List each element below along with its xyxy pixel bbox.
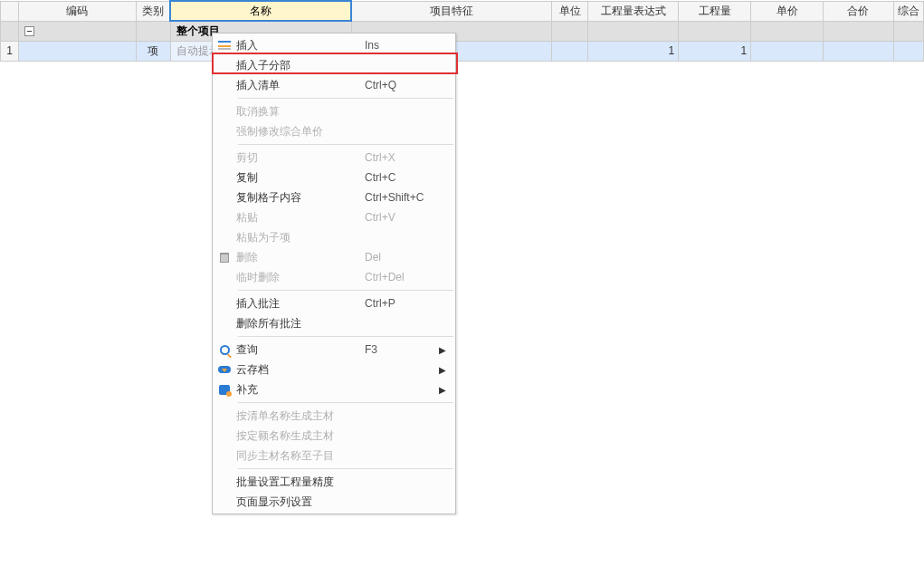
menu-item-label: 按定额名称生成主材 <box>236 428 365 444</box>
search-icon <box>213 345 236 355</box>
menu-item-shortcut: Ctrl+P <box>365 297 437 310</box>
col-unit-price[interactable]: 单价 <box>751 1 824 21</box>
context-menu[interactable]: 插入Ins插入子分部插入清单Ctrl+Q取消换算强制修改综合单价剪切Ctrl+X… <box>212 33 456 514</box>
category-cell[interactable]: 项 <box>136 41 170 61</box>
rownum-cell: 1 <box>1 41 19 61</box>
menu-item-label: 插入 <box>236 38 365 53</box>
menu-item[interactable]: 批量设置工程量精度 <box>213 472 455 492</box>
col-category[interactable]: 类别 <box>136 1 170 21</box>
cloud-icon <box>213 366 236 373</box>
menu-separator <box>238 468 453 469</box>
menu-item[interactable]: 插入子分部 <box>213 55 455 75</box>
col-code[interactable]: 编码 <box>18 1 136 21</box>
group-row[interactable]: − 整个项目 <box>1 21 924 41</box>
menu-item-shortcut: Ctrl+V <box>365 211 437 224</box>
menu-item: 临时删除Ctrl+Del <box>213 267 455 287</box>
menu-item-label: 删除 <box>236 250 365 265</box>
menu-item-label: 复制 <box>236 170 365 186</box>
menu-item-shortcut: F3 <box>365 343 437 356</box>
menu-item[interactable]: 云存档▶ <box>213 360 455 379</box>
menu-item-label: 页面显示列设置 <box>236 494 365 510</box>
supplement-icon <box>213 385 236 395</box>
table-row[interactable]: 1 项 自动提示 1 1 <box>1 41 924 61</box>
col-name[interactable]: 名称 <box>170 1 351 21</box>
code-cell[interactable] <box>18 41 136 61</box>
col-zonghe[interactable]: 综合 <box>893 1 923 21</box>
unit-price-cell[interactable] <box>751 41 824 61</box>
submenu-arrow-icon: ▶ <box>437 385 448 395</box>
menu-item-label: 临时删除 <box>236 270 365 285</box>
menu-item-label: 补充 <box>236 382 365 398</box>
col-total-price[interactable]: 合价 <box>824 1 894 21</box>
menu-item: 同步主材名称至子目 <box>213 446 455 466</box>
menu-item-shortcut: Ins <box>365 39 437 52</box>
col-feature[interactable]: 项目特征 <box>351 1 552 21</box>
menu-item-label: 复制格子内容 <box>236 190 365 206</box>
menu-separator <box>238 336 453 337</box>
menu-separator <box>238 98 453 99</box>
menu-item: 按定额名称生成主材 <box>213 426 455 446</box>
menu-item[interactable]: 删除所有批注 <box>213 313 455 333</box>
menu-item: 取消换算 <box>213 101 455 121</box>
menu-item-label: 云存档 <box>236 362 365 378</box>
menu-item-shortcut: Del <box>365 251 437 264</box>
menu-item-shortcut: Ctrl+C <box>365 171 437 184</box>
menu-item-label: 插入清单 <box>236 78 365 93</box>
menu-item-label: 剪切 <box>236 150 365 166</box>
col-qty-expr[interactable]: 工程量表达式 <box>588 1 679 21</box>
menu-item-shortcut: Ctrl+Q <box>365 79 437 91</box>
menu-item: 粘贴Ctrl+V <box>213 207 455 227</box>
menu-item: 删除Del <box>213 247 455 267</box>
menu-item[interactable]: 插入批注Ctrl+P <box>213 293 455 313</box>
qty-cell[interactable]: 1 <box>679 41 751 61</box>
menu-separator <box>238 144 453 145</box>
data-grid[interactable]: 编码 类别 名称 项目特征 单位 工程量表达式 工程量 单价 合价 综合 − 整… <box>0 0 924 62</box>
menu-item-label: 按清单名称生成主材 <box>236 408 365 424</box>
col-unit[interactable]: 单位 <box>552 1 588 21</box>
menu-item-label: 插入子分部 <box>236 58 365 73</box>
menu-item[interactable]: 补充▶ <box>213 379 455 399</box>
menu-item[interactable]: 插入清单Ctrl+Q <box>213 75 455 95</box>
menu-item: 剪切Ctrl+X <box>213 148 455 168</box>
menu-item[interactable]: 复制Ctrl+C <box>213 168 455 187</box>
menu-item[interactable]: 页面显示列设置 <box>213 492 455 512</box>
menu-item[interactable]: 复制格子内容Ctrl+Shift+C <box>213 187 455 207</box>
insert-icon <box>213 41 236 50</box>
menu-item: 按清单名称生成主材 <box>213 406 455 426</box>
qty-expr-cell[interactable]: 1 <box>588 41 679 61</box>
total-price-cell[interactable] <box>824 41 894 61</box>
menu-item: 粘贴为子项 <box>213 227 455 247</box>
menu-item-label: 删除所有批注 <box>236 316 365 331</box>
menu-separator <box>238 290 453 291</box>
header-row: 编码 类别 名称 项目特征 单位 工程量表达式 工程量 单价 合价 综合 <box>1 1 924 21</box>
submenu-arrow-icon: ▶ <box>437 365 448 375</box>
menu-item-label: 强制修改综合单价 <box>236 124 365 139</box>
menu-item: 强制修改综合单价 <box>213 121 455 141</box>
menu-item-label: 粘贴为子项 <box>236 230 365 245</box>
tree-toggle-icon[interactable]: − <box>24 26 34 36</box>
menu-item-label: 同步主材名称至子目 <box>236 448 365 464</box>
menu-item-shortcut: Ctrl+Del <box>365 271 437 283</box>
menu-item[interactable]: 查询F3▶ <box>213 340 455 360</box>
trash-icon <box>213 253 236 263</box>
menu-item-shortcut: Ctrl+Shift+C <box>365 191 437 204</box>
zonghe-cell[interactable] <box>893 41 923 61</box>
unit-cell[interactable] <box>552 41 588 61</box>
menu-item-label: 粘贴 <box>236 210 365 226</box>
col-rownum[interactable] <box>1 1 19 21</box>
menu-item-label: 查询 <box>236 342 365 358</box>
menu-item-shortcut: Ctrl+X <box>365 151 437 164</box>
menu-item[interactable]: 插入Ins <box>213 35 455 55</box>
menu-item-label: 批量设置工程量精度 <box>236 475 365 490</box>
col-qty[interactable]: 工程量 <box>679 1 751 21</box>
submenu-arrow-icon: ▶ <box>437 345 448 355</box>
menu-item-label: 取消换算 <box>236 104 365 120</box>
menu-separator <box>238 402 453 403</box>
menu-item-label: 插入批注 <box>236 296 365 312</box>
